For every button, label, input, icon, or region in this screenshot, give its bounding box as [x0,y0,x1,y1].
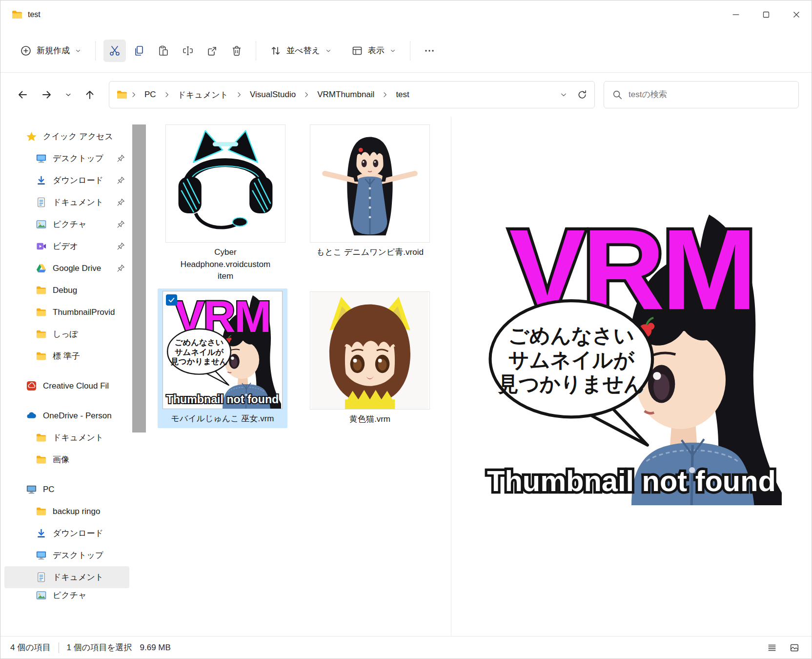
folder-icon [36,506,47,517]
back-button[interactable] [12,84,33,105]
sidebar-item-documents[interactable]: ドキュメント [4,191,129,213]
close-button[interactable] [781,0,812,29]
rename-button[interactable] [177,40,199,62]
share-button[interactable] [201,40,223,62]
file-item-motoko-vroid[interactable]: もとこ デニムワンピ青.vroid [306,124,434,259]
file-thumbnail[interactable] [165,124,285,243]
file-name: 黄色猫.vrm [349,413,390,426]
preview-image [481,205,782,505]
list-view-icon [767,642,777,653]
breadcrumb-item-test[interactable]: test [391,87,414,103]
chevron-right-icon [303,91,310,99]
chevron-down-icon [389,47,396,54]
minimize-button[interactable] [721,0,751,29]
sidebar-item-creative-cloud[interactable]: Creative Cloud Fil [4,375,129,397]
sidebar-item-pc-pictures[interactable]: ピクチャ [4,588,129,601]
address-dropdown-icon[interactable] [559,90,568,99]
chevron-right-icon [163,91,171,99]
document-icon [36,572,47,583]
folder-icon [36,329,47,340]
clipboard-icon [158,45,169,57]
scissors-icon [109,45,121,57]
sidebar-item-pc-desktop[interactable]: デスクトップ [4,544,129,566]
breadcrumb-item-documents[interactable]: ドキュメント [173,86,233,103]
share-icon [206,45,218,57]
status-bar: 4 個の項目 1 個の項目を選択 9.69 MB [0,636,812,659]
folder-icon [36,454,47,465]
sidebar-item-thumbnailprovider[interactable]: ThumbnailProvid [4,301,129,323]
sidebar-item-onedrive-documents[interactable]: ドキュメント [4,427,129,449]
file-item-mobile-junko-vrm[interactable]: モバイルじゅんこ 巫女.vrm [158,288,287,428]
scrollbar-thumb[interactable] [132,124,146,432]
folder-icon [116,89,128,101]
copy-icon [133,45,145,57]
sidebar-item-backup-ringo[interactable]: backup ringo [4,500,129,522]
navigation-bar: PC ドキュメント VisualStudio VRMThumbnail test [0,73,812,117]
headphone-thumbnail-art [166,125,285,242]
breadcrumb-item-vrmthumbnail[interactable]: VRMThumbnail [312,87,379,103]
copy-button[interactable] [128,40,150,62]
search-input[interactable] [629,90,791,100]
onedrive-cloud-icon [26,410,37,421]
sidebar-item-videos[interactable]: ビデオ [4,235,129,257]
more-options-button[interactable] [418,40,441,62]
file-thumbnail[interactable] [162,291,283,409]
sidebar-item-hyoujunko[interactable]: 標 準子 [4,345,129,367]
sidebar-item-debug[interactable]: Debug [4,279,129,301]
file-thumbnail[interactable] [310,291,430,410]
forward-button[interactable] [37,84,57,105]
sidebar-item-onedrive-images[interactable]: 画像 [4,449,129,471]
toolbar-separator [410,41,410,61]
sort-arrows-icon [270,45,282,57]
chevron-right-icon [381,91,389,99]
maximize-button[interactable] [751,0,781,29]
sidebar-item-desktop[interactable]: デスクトップ [4,147,129,169]
sidebar-item-pc[interactable]: PC [4,478,129,500]
motoko-thumbnail-art [310,125,429,242]
file-item-yellow-cat-vrm[interactable]: 黄色猫.vrm [306,291,434,426]
file-name: Cyber Headphone.vroidcustomitem [180,247,271,283]
yellow-cat-thumbnail-art [310,292,429,409]
address-bar[interactable]: PC ドキュメント VisualStudio VRMThumbnail test [109,81,595,108]
arrow-up-icon [84,89,96,101]
sidebar-item-pc-downloads[interactable]: ダウンロード [4,522,129,544]
sidebar-item-shippo[interactable]: しっぽ [4,323,129,345]
pin-icon [116,264,125,273]
sidebar-item-pc-documents[interactable]: ドキュメント [4,566,129,588]
google-drive-icon [36,263,47,274]
large-icons-view-button[interactable] [787,640,802,655]
sidebar-item-pictures[interactable]: ピクチャ [4,213,129,235]
details-view-button[interactable] [765,640,779,655]
up-button[interactable] [80,84,100,105]
cut-button[interactable] [103,40,126,62]
sort-button-label: 並べ替え [286,45,320,56]
breadcrumb-item-visualstudio[interactable]: VisualStudio [245,87,301,103]
check-icon [167,296,176,304]
refresh-icon[interactable] [577,89,588,100]
trash-icon [231,45,243,57]
sidebar-item-downloads[interactable]: ダウンロード [4,169,129,191]
file-thumbnail[interactable] [310,124,430,243]
download-icon [36,175,47,186]
file-item-cyber-headphone[interactable]: Cyber Headphone.vroidcustomitem [162,124,289,283]
chevron-down-icon [64,91,72,99]
folder-icon [36,350,47,362]
view-button[interactable]: 表示 [345,40,402,62]
pin-icon [116,176,125,185]
selection-checkbox[interactable] [166,294,177,306]
recent-locations-button[interactable] [61,84,76,105]
delete-button[interactable] [225,40,248,62]
arrow-right-icon [41,89,53,101]
sidebar-item-quick-access[interactable]: クイック アクセス [4,125,129,147]
preview-pane [451,117,812,636]
sidebar-item-onedrive[interactable]: OneDrive - Person [4,405,129,427]
folder-icon [11,9,23,21]
window-title: test [28,10,41,19]
toolbar: 新規作成 並べ替え 表示 [0,29,812,73]
new-button[interactable]: 新規作成 [14,40,87,62]
document-icon [36,197,47,208]
paste-button[interactable] [152,40,175,62]
sort-button[interactable]: 並べ替え [264,40,338,62]
sidebar-item-google-drive[interactable]: Google Drive [4,257,129,279]
breadcrumb-item-pc[interactable]: PC [140,87,161,103]
